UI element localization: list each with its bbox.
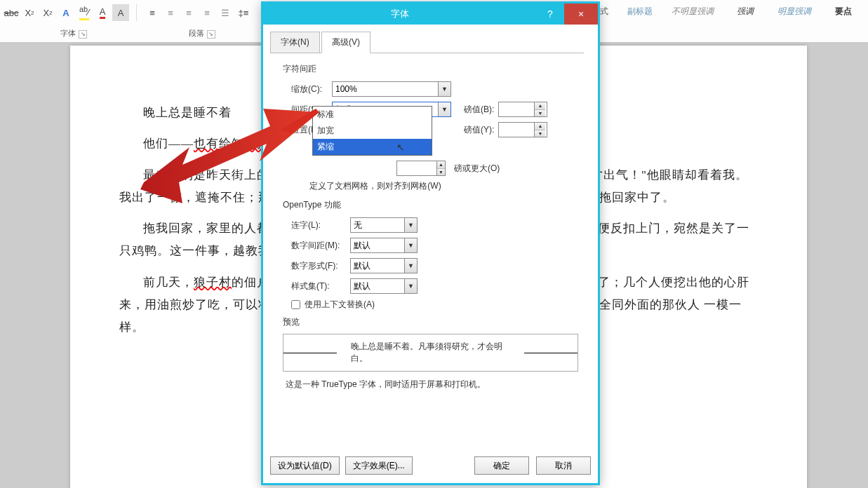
strikethrough-button[interactable]: abc	[3, 4, 20, 21]
style-emphasis[interactable]: 强调	[728, 6, 763, 18]
font-group-launcher[interactable]: ↘	[79, 30, 87, 39]
help-button[interactable]: ?	[536, 4, 564, 25]
dropdown-option-expanded[interactable]: 加宽	[313, 123, 432, 139]
scale-combo[interactable]: ▼	[332, 81, 451, 97]
ligatures-input[interactable]	[351, 218, 404, 232]
preview-line-left	[283, 353, 337, 353]
align-justify-button[interactable]: ≡	[199, 4, 215, 21]
section-char-spacing: 字符间距	[283, 63, 578, 75]
set-default-button[interactable]: 设为默认值(D)	[270, 456, 340, 475]
chevron-down-icon[interactable]: ▼	[404, 218, 417, 232]
highlight-button[interactable]: ab⁄	[76, 4, 93, 21]
section-opentype: OpenType 功能	[283, 199, 578, 211]
section-preview: 预览	[283, 316, 578, 328]
points-b-input[interactable]: ▲▼	[498, 102, 547, 117]
superscript-button[interactable]: X2	[39, 4, 56, 21]
chevron-down-icon[interactable]: ▼	[438, 102, 450, 116]
tab-advanced[interactable]: 高级(V)	[321, 32, 370, 53]
wavy-underline-text: 也有给知县打	[194, 137, 269, 150]
spinner[interactable]: ▲▼	[534, 123, 545, 137]
cancel-button[interactable]: 取消	[536, 456, 591, 475]
char-shading-button[interactable]: A	[112, 4, 129, 21]
label-numform: 数字形式(F):	[291, 260, 350, 272]
context-checkbox[interactable]: 使用上下文替换(A)	[291, 299, 578, 311]
chevron-down-icon[interactable]: ▼	[438, 82, 450, 96]
spinner[interactable]: ▲▼	[436, 161, 445, 175]
style-key-point[interactable]: 要点	[826, 6, 861, 18]
align-right-button[interactable]: ≡	[180, 4, 197, 21]
wavy-underline-text-2: 狼子村	[194, 276, 232, 289]
group-label-para: 段落↘	[147, 28, 256, 39]
font-color-button[interactable]: A	[94, 4, 111, 21]
context-checkbox-input[interactable]	[291, 300, 300, 309]
subscript-button[interactable]: X2	[21, 4, 38, 21]
para-group-launcher[interactable]: ↘	[207, 30, 215, 39]
chevron-down-icon[interactable]: ▼	[404, 279, 417, 293]
ok-button[interactable]: 确定	[474, 456, 529, 475]
preview-box: 晚上总是睡不着。凡事须得研究，才会明白。	[283, 334, 578, 372]
chevron-down-icon[interactable]: ▼	[404, 259, 417, 273]
styles-gallery: 式 副标题 不明显强调 强调 明显强调 要点	[586, 6, 861, 18]
label-ligatures: 连字(L):	[291, 219, 350, 231]
numspacing-combo[interactable]: ▼	[350, 238, 418, 253]
close-button[interactable]: ×	[564, 4, 598, 25]
preview-text: 晚上总是睡不着。凡事须得研究，才会明白。	[351, 341, 510, 365]
tab-font[interactable]: 字体(N)	[270, 32, 320, 53]
spinner[interactable]: ▲▼	[534, 102, 545, 116]
chevron-down-icon[interactable]: ▼	[404, 238, 417, 252]
label-points-y: 磅值(Y):	[464, 124, 494, 136]
preview-line-right	[524, 353, 577, 353]
distribute-button[interactable]: ☰	[217, 4, 234, 21]
ligatures-combo[interactable]: ▼	[350, 217, 418, 233]
dialog-title: 字体	[263, 8, 536, 20]
style-suffix: 式	[600, 6, 608, 18]
dropdown-option-condensed[interactable]: 紧缩	[313, 139, 432, 155]
style-subtle-emphasis[interactable]: 不明显强调	[672, 6, 714, 18]
kern-points-input[interactable]: ▲▼	[396, 161, 446, 176]
dialog-tabs: 字体(N) 高级(V) 字符间距 缩放(C): ▼ 间距(S): ▼ 磅值(B)…	[263, 25, 598, 391]
divider	[136, 4, 137, 21]
font-dialog: 字体 ? × 字体(N) 高级(V) 字符间距 缩放(C): ▼ 间距(S): …	[261, 1, 600, 485]
scale-input[interactable]	[333, 82, 438, 96]
tab-panel-advanced: 字符间距 缩放(C): ▼ 间距(S): ▼ 磅值(B): ▲▼	[277, 53, 584, 391]
label-points-b: 磅值(B):	[464, 104, 494, 116]
label-scale: 缩放(C):	[291, 83, 332, 95]
label-kern-suffix: 磅或更大(O)	[454, 163, 500, 175]
spacing-dropdown-list[interactable]: 标准 加宽 紧缩	[312, 106, 432, 156]
font-note: 这是一种 TrueType 字体，同时适用于屏幕和打印机。	[286, 379, 578, 391]
dialog-title-bar[interactable]: 字体 ? ×	[263, 4, 598, 25]
styleset-combo[interactable]: ▼	[350, 278, 418, 294]
align-left-button[interactable]: ≡	[144, 4, 161, 21]
group-label-font: 字体↘	[0, 28, 147, 39]
text-effects-button[interactable]: 文字效果(E)...	[345, 456, 413, 475]
label-numspacing: 数字间距(M):	[291, 240, 350, 252]
grid-checkbox-row: ☐ 果定义了文档网格，则对齐到网格(W)	[291, 180, 578, 192]
style-intense-emphasis[interactable]: 明显强调	[777, 6, 812, 18]
style-subtitle[interactable]: 副标题	[622, 6, 657, 18]
label-styleset: 样式集(T):	[291, 280, 350, 292]
dialog-buttons: 设为默认值(D) 文字效果(E)... 确定 取消	[270, 456, 591, 475]
points-y-input[interactable]: ▲▼	[498, 122, 547, 137]
numform-combo[interactable]: ▼	[350, 258, 418, 273]
line-spacing-button[interactable]: ‡≡	[235, 4, 252, 21]
align-center-button[interactable]: ≡	[162, 4, 179, 21]
dropdown-option-standard[interactable]: 标准	[313, 107, 432, 123]
kerning-row: ▲▼ 磅或更大(O)	[291, 161, 578, 176]
text-effects-button[interactable]: A	[58, 4, 74, 21]
